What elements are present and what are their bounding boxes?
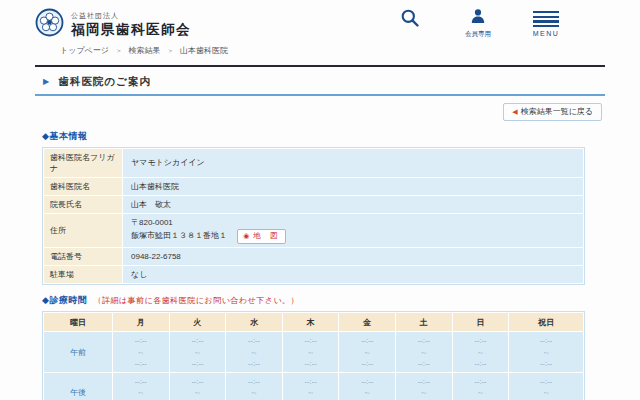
breadcrumb: トップページ ＞ 検索結果 ＞ 山本歯科医院 [60,45,640,56]
search-icon [400,8,420,32]
page-title: 歯科医院のご案内 [59,75,152,87]
table-row: 住所 〒820-0001 飯塚市鯰田１３８１番地１ ◉地 図 [44,214,583,248]
hours-row-am: 午前 --:--～--:-- --:--～--:-- --:--～--:-- -… [44,332,583,372]
hours-cell: --:--～--:-- [283,332,339,372]
map-marker-icon: ◉ [243,232,250,239]
hours-heading: ◆診療時間（詳細は事前に各歯科医院にお問い合わせ下さい。） [42,294,640,307]
table-row: 院長氏名 山本 敬太 [44,196,583,213]
breadcrumb-separator: ＞ [167,47,174,54]
row-label: 電話番号 [44,248,122,265]
hours-cell: --:--～--:-- [226,332,282,372]
hours-cell: --:--～--:-- [453,373,509,400]
hours-cell: --:--～--:-- [226,373,282,400]
street-address-line: 飯塚市鯰田１３８１番地１ ◉地 図 [131,229,575,244]
basic-info-table: 歯科医院名フリガナ ヤマモトシカイイン 歯科医院名 山本歯科医院 院長氏名 山本… [42,147,585,286]
page-root: 公益社団法人 福岡県歯科医師会 [0,0,640,400]
org-text: 公益社団法人 福岡県歯科医師会 [71,11,191,39]
row-label: 歯科医院名 [44,178,122,195]
member-area-label: 会員専用 [465,30,491,39]
row-value: ヤマモトシカイイン [123,149,583,177]
column-header: 月 [113,313,169,331]
back-arrow-icon: ◀ [512,108,517,115]
column-header: 水 [226,313,282,331]
site-logo-link[interactable]: 公益社団法人 福岡県歯科医師会 [35,8,191,41]
hours-row-pm: 午後 --:--～--:-- --:--～--:-- --:--～--:-- -… [44,373,583,400]
table-row: 電話番号 0948-22-6758 [44,248,583,265]
column-header: 曜日 [44,313,112,331]
row-label: 住所 [44,214,122,248]
phone-value: 0948-22-6758 [123,248,583,265]
hours-cell: --:--～--:-- [396,373,452,400]
breadcrumb-link-home[interactable]: トップページ [60,46,109,55]
hours-table: 曜日 月 火 水 木 金 土 日 祝日 午前 --:--～--:-- --:--… [42,311,585,400]
back-to-results-button[interactable]: ◀検索結果一覧に戻る [503,103,602,121]
hours-note: （詳細は事前に各歯科医院にお問い合わせ下さい。） [93,296,299,305]
menu-button[interactable]: MENU [525,8,567,39]
map-button-label: 地 図 [253,231,279,240]
breadcrumb-link-search-results[interactable]: 検索結果 [128,46,160,55]
hours-header-row: 曜日 月 火 水 木 金 土 日 祝日 [44,313,583,331]
hours-cell: --:--～--:-- [453,332,509,372]
hours-cell: --:--～--:-- [170,332,226,372]
hours-cell: --:--～--:-- [113,373,169,400]
postal-code: 〒820-0001 [131,217,575,230]
row-label-pm: 午後 [44,373,112,400]
row-value: 山本 敬太 [123,196,583,213]
org-type-label: 公益社団法人 [71,11,191,21]
menu-label: MENU [533,30,560,37]
row-value: なし [123,266,583,283]
page-title-bar: ▶ 歯科医院のご案内 [35,65,605,96]
breadcrumb-separator: ＞ [115,47,122,54]
hours-cell: --:--～--:-- [509,332,583,372]
member-person-icon [470,8,486,28]
hours-cell: --:--～--:-- [113,332,169,372]
basic-info-heading: ◆基本情報 [42,130,640,143]
back-button-label: 検索結果一覧に戻る [521,107,593,116]
map-button[interactable]: ◉地 図 [237,229,286,244]
column-header: 日 [453,313,509,331]
hours-cell: --:--～--:-- [396,332,452,372]
column-header: 金 [339,313,395,331]
table-row: 駐車場 なし [44,266,583,283]
hours-cell: --:--～--:-- [339,373,395,400]
row-label: 院長氏名 [44,196,122,213]
hours-cell: --:--～--:-- [283,373,339,400]
row-value: 山本歯科医院 [123,178,583,195]
title-arrow-icon: ▶ [43,77,49,86]
column-header: 祝日 [509,313,583,331]
address-value: 〒820-0001 飯塚市鯰田１３８１番地１ ◉地 図 [123,214,583,248]
hours-cell: --:--～--:-- [509,373,583,400]
header-icons: 会員専用 MENU [389,8,605,39]
column-header: 土 [396,313,452,331]
back-row: ◀検索結果一覧に戻る [0,100,602,121]
row-label: 歯科医院名フリガナ [44,149,122,177]
member-area-button[interactable]: 会員専用 [457,8,499,39]
row-label-am: 午前 [44,332,112,372]
table-row: 歯科医院名フリガナ ヤマモトシカイイン [44,149,583,177]
column-header: 火 [170,313,226,331]
hours-cell: --:--～--:-- [339,332,395,372]
hours-heading-text: ◆診療時間 [42,295,87,305]
breadcrumb-current: 山本歯科医院 [180,46,228,55]
hamburger-menu-icon [533,11,559,27]
row-label: 駐車場 [44,266,122,283]
org-name-label: 福岡県歯科医師会 [71,21,191,39]
column-header: 木 [283,313,339,331]
association-emblem-icon [35,8,64,41]
street-address: 飯塚市鯰田１３８１番地１ [131,231,227,240]
hours-cell: --:--～--:-- [170,373,226,400]
table-row: 歯科医院名 山本歯科医院 [44,178,583,195]
site-header: 公益社団法人 福岡県歯科医師会 [0,0,640,41]
search-button[interactable] [389,8,431,39]
